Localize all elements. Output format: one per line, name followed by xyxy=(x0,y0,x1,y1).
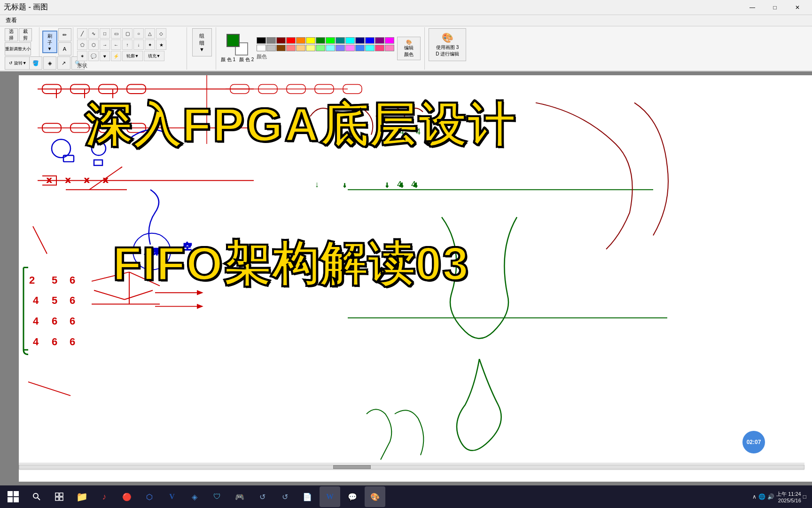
shape-star5[interactable]: ★ xyxy=(156,40,166,50)
swatch-4[interactable] xyxy=(296,37,305,44)
swatch-r7[interactable] xyxy=(326,45,335,51)
svg-text:X: X xyxy=(47,176,51,184)
pencil-tool[interactable]: ✏ xyxy=(58,28,71,41)
swatch-r6[interactable] xyxy=(316,45,325,51)
canvas-area[interactable]: X X X X ↓ 4 4 ↓ xyxy=(0,71,812,489)
picker-tool[interactable]: ↗ xyxy=(57,56,70,70)
swatch-0[interactable] xyxy=(257,37,266,44)
taskbar-netease[interactable]: 🔴 xyxy=(117,486,137,507)
swatch-r11[interactable] xyxy=(365,45,375,51)
search-icon xyxy=(32,492,41,501)
taskbar-app2[interactable]: ↺ xyxy=(252,486,273,507)
shape-pentagon[interactable]: ⬠ xyxy=(77,40,87,50)
shape-star4[interactable]: ✦ xyxy=(145,40,155,50)
swatch-10[interactable] xyxy=(355,37,365,44)
swatch-5[interactable] xyxy=(306,37,315,44)
shape-arrow-l[interactable]: ← xyxy=(111,40,121,50)
swatch-r9[interactable] xyxy=(345,45,355,51)
swatch-9[interactable] xyxy=(345,37,355,44)
swatch-r13[interactable] xyxy=(385,45,394,51)
shape-star6[interactable]: ✶ xyxy=(77,51,87,61)
shape-arrow-r[interactable]: → xyxy=(100,40,110,50)
tray-up-icon[interactable]: ∧ xyxy=(752,493,757,500)
taskbar-visio[interactable]: V xyxy=(162,486,182,507)
taskbar-shield[interactable]: 🛡 xyxy=(207,486,227,507)
swatch-r8[interactable] xyxy=(336,45,345,51)
minimize-button[interactable]: — xyxy=(742,0,763,15)
rotate-tool[interactable]: ↺ 旋转▼ xyxy=(5,56,31,70)
edit-colors-button[interactable]: 🎨编辑颜色 xyxy=(397,37,421,60)
taskbar-pdf[interactable]: 📄 xyxy=(297,486,318,507)
swatch-r10[interactable] xyxy=(355,45,365,51)
fill-tool[interactable]: 🪣 xyxy=(29,56,42,70)
shape-ellipse[interactable]: ○ xyxy=(133,28,144,39)
close-button[interactable]: ✕ xyxy=(787,0,808,15)
shape-lightning[interactable]: ⚡ xyxy=(111,51,121,61)
search-button[interactable] xyxy=(26,486,47,507)
brush-tool[interactable]: 刷子▼ xyxy=(42,31,57,53)
svg-text:4: 4 xyxy=(414,182,417,189)
swatch-r3[interactable] xyxy=(286,45,296,51)
scroll-track[interactable] xyxy=(19,465,804,469)
resize-tool[interactable]: 重新调整大小 xyxy=(5,42,31,56)
outline-tool[interactable]: 轮廓▼ xyxy=(122,51,143,61)
swatch-12[interactable] xyxy=(375,37,384,44)
shape-round-rect[interactable]: ▢ xyxy=(122,28,133,39)
swatch-1[interactable] xyxy=(266,37,276,44)
shape-rect2[interactable]: ▭ xyxy=(111,28,121,39)
notification-icon[interactable]: □ xyxy=(803,493,806,500)
code-icon: ◈ xyxy=(192,492,197,501)
swatch-r5[interactable] xyxy=(306,45,315,51)
taskbar-wechat[interactable]: 💬 xyxy=(342,486,363,507)
swatch-8[interactable] xyxy=(336,37,345,44)
shape-diamond[interactable]: ◇ xyxy=(156,28,166,39)
taskbar-media[interactable]: ♪ xyxy=(94,486,115,507)
swatch-r2[interactable] xyxy=(276,45,286,51)
svg-rect-68 xyxy=(287,84,305,93)
scroll-thumb[interactable] xyxy=(333,465,371,469)
word-icon: W xyxy=(326,492,334,501)
shape-hexagon[interactable]: ⬡ xyxy=(88,40,99,50)
svg-text:↓: ↓ xyxy=(343,182,346,189)
shape-line[interactable]: ╱ xyxy=(77,28,87,39)
swatch-2[interactable] xyxy=(276,37,286,44)
menu-item-view[interactable]: 查看 xyxy=(2,15,21,26)
app3-icon: ↺ xyxy=(282,492,288,501)
swatch-r1[interactable] xyxy=(266,45,276,51)
swatch-6[interactable] xyxy=(316,37,325,44)
taskbar-app3[interactable]: ↺ xyxy=(274,486,295,507)
taskbar-app1[interactable]: ⬡ xyxy=(139,486,160,507)
group-button[interactable]: 组细▼ xyxy=(192,28,212,56)
taskbar-file-explorer[interactable]: 📁 xyxy=(71,486,92,507)
start-button[interactable] xyxy=(2,485,24,508)
horizontal-scrollbar[interactable] xyxy=(19,463,804,470)
color1-box[interactable] xyxy=(226,34,240,47)
taskbar-word[interactable]: W xyxy=(320,486,340,507)
taskbar-paint[interactable]: 🎨 xyxy=(365,486,385,507)
shape-curve[interactable]: ∿ xyxy=(88,28,99,39)
shape-rect[interactable]: □ xyxy=(100,28,110,39)
task-view-button[interactable] xyxy=(49,486,70,507)
shape-callout[interactable]: 💬 xyxy=(88,51,99,61)
use-3d-button[interactable]: 🎨 使用画图 3 D 进行编辑 xyxy=(429,28,466,61)
3d-section: 🎨 使用画图 3 D 进行编辑 xyxy=(426,27,469,70)
fill-shapes-tool[interactable]: 填充▼ xyxy=(144,51,164,61)
taskbar-code[interactable]: ◈ xyxy=(184,486,205,507)
shape-heart[interactable]: ♥ xyxy=(100,51,110,61)
swatch-13[interactable] xyxy=(385,37,394,44)
swatch-3[interactable] xyxy=(286,37,296,44)
maximize-button[interactable]: □ xyxy=(764,0,786,15)
shape-triangle[interactable]: △ xyxy=(145,28,155,39)
swatch-r0[interactable] xyxy=(257,45,266,51)
shape-arrow-d[interactable]: ↓ xyxy=(133,40,144,50)
eraser-tool[interactable]: ◈ xyxy=(43,56,56,70)
shape-arrow-u[interactable]: ↑ xyxy=(122,40,133,50)
swatch-r4[interactable] xyxy=(296,45,305,51)
paint-canvas[interactable]: X X X X ↓ 4 4 ↓ xyxy=(19,75,812,482)
swatch-11[interactable] xyxy=(365,37,375,44)
select-tool[interactable]: 选择 xyxy=(5,28,18,41)
swatch-7[interactable] xyxy=(326,37,335,44)
swatch-r12[interactable] xyxy=(375,45,384,51)
text-tool[interactable]: A xyxy=(58,42,71,56)
taskbar-xbox[interactable]: 🎮 xyxy=(229,486,250,507)
